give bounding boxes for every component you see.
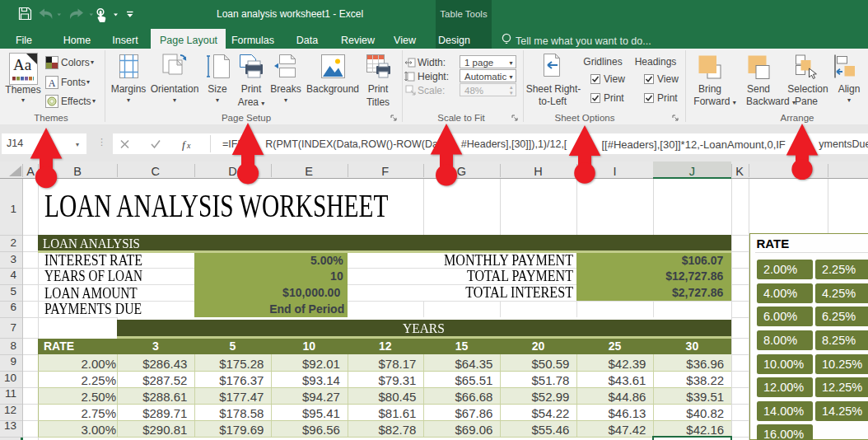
- svg-text:x: x: [186, 141, 191, 150]
- svg-text:A: A: [49, 77, 56, 89]
